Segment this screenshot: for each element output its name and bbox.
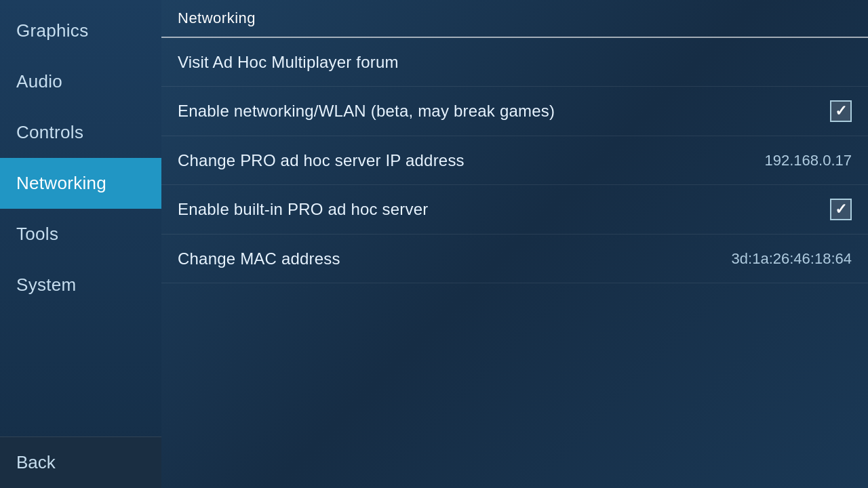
setting-change-pro-ip-value: 192.168.0.17 [765, 152, 852, 169]
setting-change-pro-ip-label: Change PRO ad hoc server IP address [178, 151, 465, 170]
sidebar-item-tools[interactable]: Tools [0, 209, 161, 260]
setting-enable-networking[interactable]: Enable networking/WLAN (beta, may break … [161, 87, 868, 136]
setting-change-mac-label: Change MAC address [178, 249, 340, 268]
setting-visit-adhoc-label: Visit Ad Hoc Multiplayer forum [178, 53, 399, 72]
sidebar-item-controls[interactable]: Controls [0, 107, 161, 158]
setting-change-mac-value: 3d:1a:26:46:18:64 [732, 250, 852, 268]
sidebar-nav: Graphics Audio Controls Networking Tools… [0, 0, 161, 436]
setting-enable-pro-server-label: Enable built-in PRO ad hoc server [178, 200, 428, 219]
sidebar-item-networking[interactable]: Networking [0, 158, 161, 209]
enable-networking-checkbox[interactable] [830, 100, 852, 122]
sidebar-item-audio[interactable]: Audio [0, 56, 161, 107]
setting-enable-pro-server[interactable]: Enable built-in PRO ad hoc server [161, 185, 868, 235]
settings-list: Visit Ad Hoc Multiplayer forum Enable ne… [161, 38, 868, 488]
setting-enable-networking-label: Enable networking/WLAN (beta, may break … [178, 102, 555, 121]
back-button[interactable]: Back [0, 436, 161, 488]
setting-change-pro-ip[interactable]: Change PRO ad hoc server IP address 192.… [161, 136, 868, 185]
enable-pro-server-checkbox[interactable] [830, 199, 852, 220]
section-header: Networking [161, 0, 868, 38]
sidebar-item-system[interactable]: System [0, 260, 161, 310]
sidebar-item-graphics[interactable]: Graphics [0, 5, 161, 56]
sidebar: Graphics Audio Controls Networking Tools… [0, 0, 161, 488]
setting-change-mac[interactable]: Change MAC address 3d:1a:26:46:18:64 [161, 235, 868, 283]
main-content: Networking Visit Ad Hoc Multiplayer foru… [161, 0, 868, 488]
setting-visit-adhoc[interactable]: Visit Ad Hoc Multiplayer forum [161, 38, 868, 87]
